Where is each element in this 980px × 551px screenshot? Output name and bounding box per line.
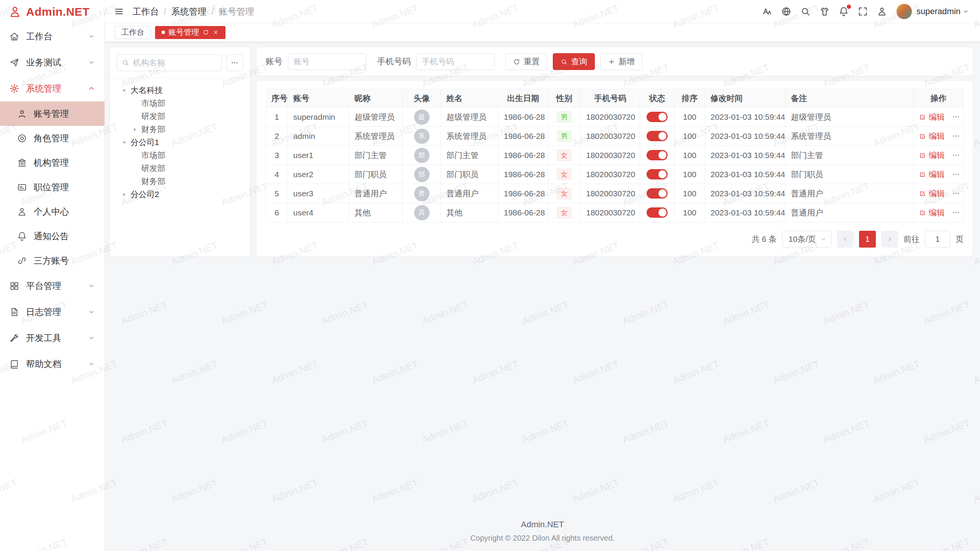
main-area: 工作台/系统管理/账号管理 superadmin 工作台账号管理 大名 (105, 0, 980, 551)
status-toggle[interactable] (647, 150, 668, 160)
tree-node[interactable]: 市场部 (110, 149, 250, 162)
status-toggle[interactable] (647, 207, 668, 218)
row-more-button[interactable] (952, 132, 960, 140)
breadcrumb-item[interactable]: 账号管理 (219, 6, 254, 18)
status-toggle[interactable] (647, 131, 668, 141)
app-logo[interactable]: Admin.NET (0, 0, 105, 23)
tree-node[interactable]: 财务部 (110, 175, 250, 188)
sidebar-subitem-notice-announcement[interactable]: 通知公告 (0, 224, 105, 248)
sidebar-item-system-management[interactable]: 系统管理 (0, 75, 105, 101)
cell-row-index: 3 (266, 146, 288, 165)
reset-button[interactable]: 重置 (505, 53, 547, 70)
sidebar-item-workbench[interactable]: 工作台 (0, 23, 105, 49)
content: 大名科技市场部研发部财务部分公司1市场部研发部财务部分公司2 账号 手机号码 重… (105, 41, 980, 520)
sidebar-subitem-org-management[interactable]: 机构管理 (0, 150, 105, 175)
row-more-button[interactable] (952, 208, 960, 217)
sidebar-item-log-management[interactable]: 日志管理 (0, 299, 105, 325)
sidebar-subitem-position-management[interactable]: 职位管理 (0, 175, 105, 199)
sidebar-subitem-personal-center[interactable]: 个人中心 (0, 199, 105, 224)
column-header-6: 性别 (548, 89, 581, 108)
row-more-button[interactable] (952, 151, 960, 160)
breadcrumb-item[interactable]: 系统管理 (171, 6, 206, 18)
tab-workbench[interactable]: 工作台 (115, 26, 151, 39)
sidebar-item-help-docs[interactable]: 帮助文档 (0, 351, 105, 377)
current-page-button[interactable]: 1 (859, 231, 876, 248)
status-toggle[interactable] (647, 169, 668, 179)
user-menu[interactable]: superadmin (897, 4, 969, 19)
account-filter-input[interactable] (288, 53, 366, 70)
tree-node[interactable]: 市场部 (110, 97, 250, 110)
menu-toggle-icon[interactable] (114, 7, 124, 16)
caret-right-icon[interactable] (121, 191, 128, 198)
edit-label: 编辑 (929, 169, 945, 180)
sidebar-subitem-role-management[interactable]: 角色管理 (0, 126, 105, 150)
chevron-down-icon (88, 308, 95, 316)
chevron-down-icon (962, 8, 969, 15)
page-size-select[interactable]: 10条/页 (782, 231, 831, 248)
status-toggle[interactable] (647, 188, 668, 199)
tab-close-icon[interactable] (212, 29, 219, 36)
cell-row-index: 6 (266, 203, 288, 222)
edit-button[interactable]: 编辑 (919, 131, 945, 142)
cell-nickname: 其他 (349, 203, 403, 222)
row-more-button[interactable] (952, 170, 960, 179)
tree-node-label: 市场部 (141, 150, 165, 161)
username: superadmin (916, 7, 960, 16)
org-more-button[interactable] (226, 54, 243, 71)
caret-right-icon[interactable] (131, 126, 139, 133)
edit-button[interactable]: 编辑 (919, 150, 945, 161)
gender-tag: 女 (557, 207, 572, 218)
tree-node[interactable]: 研发部 (110, 110, 250, 123)
tree-node[interactable]: 分公司1 (110, 136, 250, 149)
tab-label: 工作台 (121, 27, 144, 37)
cell-gender: 女 (548, 203, 581, 222)
user-avatar: 部 (414, 148, 430, 163)
search-button[interactable]: 查询 (553, 53, 595, 70)
more-icon (230, 59, 239, 67)
caret-down-icon[interactable] (121, 87, 128, 94)
footer-copyright: Copyright © 2022 Dilon All rights reserv… (105, 534, 980, 543)
font-size-icon[interactable] (762, 6, 773, 17)
row-more-button[interactable] (952, 189, 960, 198)
tab-active-dot (162, 31, 165, 34)
tree-node[interactable]: 研发部 (110, 162, 250, 175)
sidebar-subitem-label: 机构管理 (34, 157, 95, 169)
phone-filter-input[interactable] (416, 53, 495, 70)
org-search-input[interactable] (133, 58, 217, 67)
fullscreen-icon[interactable] (858, 6, 868, 17)
tree-node[interactable]: 财务部 (110, 123, 250, 136)
language-icon[interactable] (781, 6, 792, 17)
add-button[interactable]: 新增 (600, 53, 642, 70)
sidebar-subitem-thirdparty-account[interactable]: 三方账号 (0, 248, 105, 273)
goto-page-input[interactable] (925, 231, 950, 248)
sidebar-item-platform-management[interactable]: 平台管理 (0, 273, 105, 299)
user-panel-icon[interactable] (877, 6, 887, 17)
next-page-button[interactable] (881, 231, 898, 248)
cell-status (640, 127, 675, 146)
edit-button[interactable]: 编辑 (919, 188, 945, 199)
caret-down-icon[interactable] (121, 139, 128, 146)
theme-icon[interactable] (819, 6, 830, 17)
tree-node[interactable]: 分公司2 (110, 188, 250, 201)
cell-remark: 超级管理员 (786, 108, 914, 127)
topbar: 工作台/系统管理/账号管理 superadmin (105, 0, 980, 23)
edit-button[interactable]: 编辑 (919, 207, 945, 218)
cell-actions: 编辑 (914, 146, 964, 165)
accounts-table: 序号账号昵称头像姓名出生日期性别手机号码状态排序修改时间备注操作 1supera… (266, 89, 964, 222)
sidebar-item-dev-tools[interactable]: 开发工具 (0, 325, 105, 351)
edit-button[interactable]: 编辑 (919, 112, 945, 122)
cell-avatar: 其 (403, 203, 441, 222)
tab-account-management[interactable]: 账号管理 (155, 26, 225, 39)
status-toggle[interactable] (647, 112, 668, 122)
edit-button[interactable]: 编辑 (919, 169, 945, 180)
sidebar-subitem-account-management[interactable]: 账号管理 (0, 101, 105, 126)
cell-name: 超级管理员 (441, 108, 498, 127)
sidebar-item-business-test[interactable]: 业务测试 (0, 49, 105, 75)
row-more-button[interactable] (952, 112, 960, 121)
breadcrumb-item[interactable]: 工作台 (132, 6, 159, 18)
prev-page-button[interactable] (837, 231, 854, 248)
search-icon[interactable] (800, 6, 811, 17)
tree-node[interactable]: 大名科技 (110, 84, 250, 97)
tab-refresh-icon[interactable] (203, 29, 209, 36)
notification-bell-icon[interactable] (838, 6, 849, 17)
